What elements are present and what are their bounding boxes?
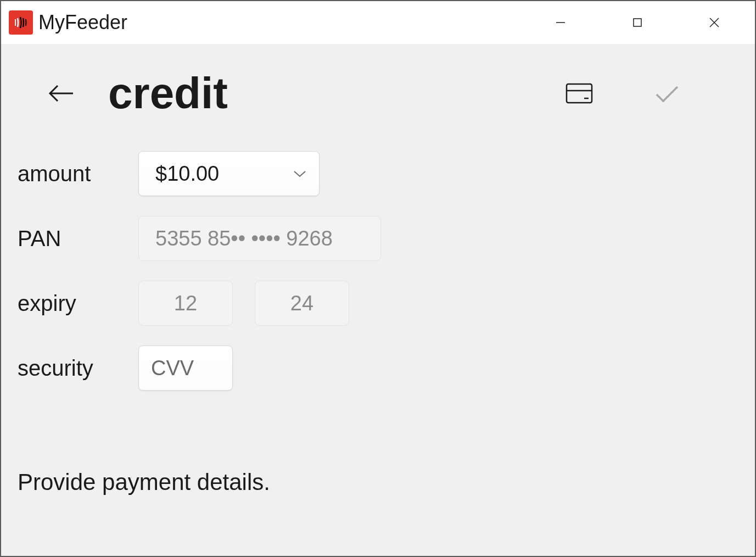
expiry-year-input[interactable] (255, 281, 349, 326)
card-button[interactable] (563, 77, 596, 110)
maximize-button[interactable] (626, 12, 648, 34)
amount-dropdown[interactable]: $10.00 (138, 151, 320, 196)
titlebar-left: MyFeeder (9, 10, 127, 35)
expiry-row: expiry (18, 278, 738, 328)
payment-form: amount $10.00 PAN expiry security (18, 126, 738, 393)
page-header: credit (18, 60, 738, 126)
amount-row: amount $10.00 (18, 148, 738, 199)
svg-rect-6 (567, 84, 592, 103)
app-icon (9, 10, 33, 35)
app-title: MyFeeder (38, 11, 127, 34)
back-button[interactable] (45, 77, 78, 110)
header-actions (563, 77, 738, 110)
security-row: security (18, 343, 738, 393)
svg-rect-2 (634, 19, 641, 26)
pan-input[interactable] (138, 216, 381, 261)
chevron-down-icon (292, 165, 308, 182)
window-controls (550, 12, 747, 34)
pan-row: PAN (18, 213, 738, 264)
minimize-button[interactable] (550, 12, 572, 34)
expiry-month-input[interactable] (138, 281, 233, 326)
status-message: Provide payment details. (18, 469, 270, 495)
amount-value: $10.00 (155, 162, 219, 186)
expiry-group (138, 281, 349, 326)
close-button[interactable] (703, 12, 725, 34)
expiry-label: expiry (18, 291, 138, 316)
pan-label: PAN (18, 226, 138, 251)
page-title: credit (108, 68, 563, 119)
amount-label: amount (18, 161, 138, 186)
confirm-button[interactable] (651, 77, 684, 110)
cvv-input[interactable] (138, 346, 233, 391)
security-label: security (18, 356, 138, 381)
page-content: credit amount $10.00 (1, 44, 755, 556)
titlebar: MyFeeder (1, 1, 755, 44)
